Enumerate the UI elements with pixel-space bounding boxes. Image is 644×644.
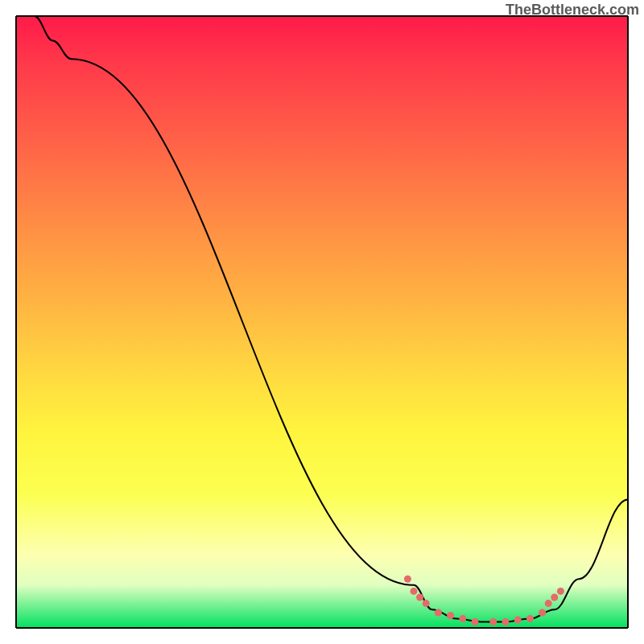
plot-gradient-bg [16,16,628,628]
axis-right [627,16,629,628]
axis-bottom [16,627,628,629]
watermark-text: TheBottleneck.com [506,2,639,19]
axis-left [15,16,17,628]
chart-container: TheBottleneck.com [0,0,644,644]
